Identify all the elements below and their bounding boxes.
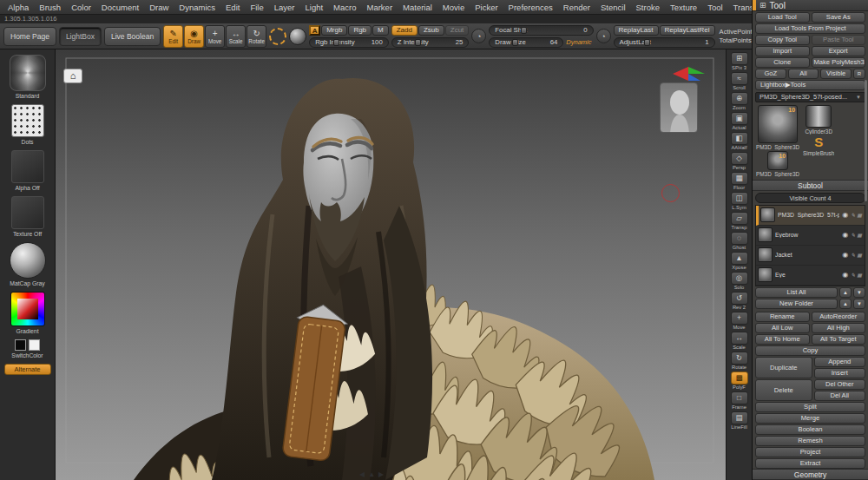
mrgb-button[interactable]: Mrgb [321,25,347,36]
menu-item[interactable]: Layer [269,1,300,14]
scale-button[interactable]: ↔ Scale [226,25,246,48]
menu-item[interactable]: File [245,1,268,14]
menu-item[interactable]: Preferences [503,1,558,14]
zcut-button[interactable]: Zcut [445,25,470,36]
right-shelf-item[interactable]: ↔ Scale [727,332,752,351]
stroke-thumbnail[interactable] [11,104,44,137]
folder-up-button[interactable]: ▲ [839,299,852,309]
right-shelf-item[interactable]: ▩ PolyF [727,372,752,391]
brush-thumbnail[interactable] [10,55,46,91]
menu-item[interactable]: Dynamics [174,1,220,14]
m-button[interactable]: M [372,25,389,36]
right-shelf-icon[interactable]: ◎ [731,272,748,285]
material-selector[interactable]: MatCap Gray [10,242,46,286]
texture-selector[interactable]: Texture Off [11,196,44,237]
switch-color[interactable]: SwitchColor [11,339,43,358]
replay-last-button[interactable]: ReplayLast [614,25,659,36]
extract-button[interactable]: Extract [755,458,865,469]
color-gradient-picker[interactable] [10,292,45,326]
all-to-home-button[interactable]: All To Home [755,334,810,345]
clone-button[interactable]: Clone [755,57,810,68]
menu-item[interactable]: Material [398,1,437,14]
zadd-button[interactable]: Zadd [391,25,418,36]
stroke-preview-icon[interactable] [269,28,286,45]
right-shelf-icon[interactable]: ↔ [731,332,748,345]
tool-palette-header[interactable]: ⊞ Tool [753,0,868,11]
recent-tool-thumbnail[interactable]: 10 [767,151,788,170]
subtool-row-icons[interactable]: ✎ ▦ [851,272,862,278]
paint-icon[interactable]: ✎ [851,272,855,278]
rgb-button[interactable]: Rgb [348,25,372,36]
cylinder3d-thumbnail[interactable] [806,105,832,128]
subtool-item[interactable]: PM3D_Sphere3D_57t-posed ◉ ✎ ▦ [756,206,865,226]
home-page-button[interactable]: Home Page [3,27,56,46]
dynamic-toggle[interactable]: Dynamic [564,38,593,46]
remesh-button[interactable]: Remesh [755,436,865,446]
subtool-item[interactable]: Jacket ◉ ✎ ▦ [756,246,865,266]
brush-selector[interactable]: Standard [10,55,46,99]
subtool-row-icons[interactable]: ✎ ▦ [851,212,862,218]
menu-item[interactable]: Draw [144,1,174,14]
right-shelf-icon[interactable]: ▩ [731,372,748,385]
replay-last-rel-button[interactable]: ReplayLastRel [660,25,715,36]
load-tools-from-project-button[interactable]: Load Tools From Project [755,23,865,34]
scroll-right-icon[interactable]: ▶ [378,471,384,478]
new-folder-button[interactable]: New Folder [755,299,838,309]
paint-icon[interactable]: ✎ [851,252,855,258]
draw-button[interactable]: ◉ Draw [184,25,204,48]
append-button[interactable]: Append [814,357,866,367]
right-shelf-icon[interactable]: ⊞ [731,52,748,65]
right-shelf-icon[interactable]: ◌ [731,232,748,245]
right-shelf-item[interactable]: ▲ Xpose [727,252,752,271]
right-shelf-item[interactable]: ▣ Actual [727,112,752,131]
menu-item[interactable]: Light [299,1,328,14]
alpha-selector[interactable]: Alpha Off [11,150,44,191]
eye-icon[interactable]: ◉ [842,231,848,239]
right-shelf-item[interactable]: ⊕ Zoom [727,92,752,111]
scroll-left-icon[interactable]: ◀ [359,471,365,478]
edit-button[interactable]: ✎ Edit [163,25,183,48]
menu-item[interactable]: Tool [702,1,727,14]
del-other-button[interactable]: Del Other [814,379,866,390]
visible-count-slider[interactable]: Visible Count 4 [755,193,865,203]
folder-down-button[interactable]: ▼ [853,299,865,309]
eye-icon[interactable]: ◉ [842,211,848,219]
camera-head-preview[interactable] [660,82,698,133]
paint-icon[interactable]: ✎ [851,232,855,238]
poly-icon[interactable]: ▦ [857,272,862,278]
menu-item[interactable]: Stencil [595,1,631,14]
focal-dial-icon[interactable]: ◔ [471,29,486,43]
menu-item[interactable]: Brush [34,1,66,14]
material-preview-icon[interactable] [289,28,306,45]
alternate-button[interactable]: Alternate [4,364,51,375]
focal-shift-slider[interactable]: Focal Shift 0 [489,25,593,36]
paint-icon[interactable]: ✎ [851,212,855,218]
material-thumbnail[interactable] [10,242,46,279]
copy-subtool-button[interactable]: Copy [755,345,865,356]
paste-tool-button[interactable]: Paste Tool [812,35,866,45]
main-color-swatch[interactable] [15,339,26,351]
goz-all-button[interactable]: All [788,69,819,79]
duplicate-button[interactable]: Duplicate [755,357,812,378]
right-shelf-icon[interactable]: ◫ [731,192,748,205]
tool-panel-scrollbar[interactable] [865,80,867,201]
menu-item[interactable]: Stroke [631,1,665,14]
color-picker[interactable]: Gradient [10,292,45,334]
document-viewport[interactable]: ⌂ ◀ [56,49,726,480]
right-shelf-icon[interactable]: ▣ [731,112,748,125]
subtool-up-button[interactable]: ▲ [839,287,852,298]
live-boolean-button[interactable]: Live Boolean [104,27,161,46]
menu-item[interactable]: Color [66,1,96,14]
right-shelf-item[interactable]: ▦ Floor [727,172,752,191]
eye-icon[interactable]: ◉ [842,251,848,259]
autoreorder-button[interactable]: AutoReorder [812,312,866,322]
right-shelf-item[interactable]: ▱ Transp [727,212,752,231]
right-shelf-item[interactable]: ↻ Rotate [727,352,752,371]
poly-icon[interactable]: ▦ [857,232,862,238]
boolean-button[interactable]: Boolean [755,424,865,435]
texture-thumbnail[interactable] [11,196,44,229]
project-button[interactable]: Project [755,447,865,457]
right-shelf-item[interactable]: ◧ AAHalf [727,132,752,151]
axis-gizmo[interactable] [672,65,707,82]
right-shelf-item[interactable]: ⊞ SPix 3 [727,52,752,71]
